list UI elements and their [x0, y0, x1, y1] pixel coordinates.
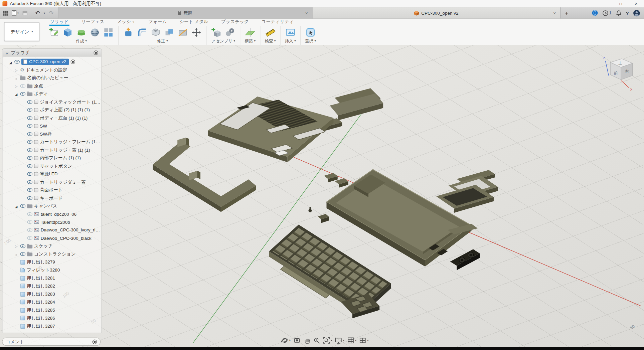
orbit-button[interactable]: [281, 337, 291, 344]
close-window-button[interactable]: [628, 0, 644, 7]
construct-menu[interactable]: 構築: [245, 38, 256, 44]
assemble-menu[interactable]: アセンブリ: [211, 38, 235, 44]
visibility-eye-icon[interactable]: [27, 172, 32, 176]
grid-settings-button[interactable]: [347, 337, 356, 344]
visibility-eye-icon[interactable]: [27, 108, 32, 112]
tree-row-body[interactable]: SW: [2, 122, 101, 130]
tree-row-feature-extrude[interactable]: 押し出し3281: [2, 274, 101, 282]
visibility-eye-icon[interactable]: [27, 148, 32, 152]
tree-row-canvas[interactable]: Daewoo_CPC-300_ivory_right...: [2, 226, 101, 234]
tree-row-canvas[interactable]: Talentdpc200b: [2, 218, 101, 226]
collapse-panel-icon[interactable]: [6, 50, 8, 55]
visibility-eye-icon[interactable]: [27, 140, 32, 144]
file-menu-button[interactable]: [12, 10, 19, 16]
visibility-eye-icon[interactable]: [20, 92, 25, 96]
tab-plastic[interactable]: プラスチック: [220, 19, 250, 26]
visibility-eye-icon[interactable]: [14, 60, 20, 64]
avatar[interactable]: [633, 10, 640, 16]
viewcube-right-label[interactable]: 右: [625, 69, 629, 74]
tree-row-body[interactable]: ボディ上面 (2) (1) (1) (1): [2, 106, 101, 114]
help-icon[interactable]: [626, 9, 629, 17]
pattern-button[interactable]: [103, 26, 114, 38]
model-top-cover[interactable]: [208, 97, 333, 162]
view-cube[interactable]: 上 前 右 Z X: [599, 53, 642, 91]
expander-icon[interactable]: [14, 204, 19, 209]
notification-center-button[interactable]: 1: [603, 10, 612, 16]
visibility-eye-icon[interactable]: [27, 156, 32, 160]
model-rear-panel[interactable]: [330, 88, 383, 120]
fillet-button[interactable]: [136, 26, 148, 38]
tree-row-sketches-folder[interactable]: スケッチ: [2, 242, 101, 250]
expander-icon[interactable]: [14, 83, 19, 89]
bell-icon[interactable]: [616, 10, 621, 16]
tab-surface[interactable]: サーフェス: [80, 19, 105, 26]
tree-row-canvas[interactable]: Daewoo_CPC-300_black: [2, 234, 101, 242]
visibility-eye-icon[interactable]: [20, 84, 25, 88]
tree-row-named-views[interactable]: 名前の付いたビュー: [2, 74, 101, 82]
redo-button[interactable]: [49, 9, 53, 17]
tree-root-component[interactable]: CPC-300_open v2: [2, 58, 101, 66]
tree-row-feature-extrude[interactable]: 押し出し3279: [2, 258, 101, 266]
expander-icon[interactable]: [14, 92, 19, 97]
expander-icon[interactable]: [14, 243, 19, 248]
tree-row-feature-extrude[interactable]: 押し出し3287: [2, 322, 101, 330]
undo-button[interactable]: [35, 9, 40, 17]
model-rear-ports[interactable]: [450, 249, 480, 270]
visibility-eye-icon[interactable]: [27, 180, 32, 184]
expander-icon[interactable]: [14, 67, 19, 72]
select-button[interactable]: [305, 26, 316, 38]
save-button[interactable]: [22, 10, 27, 15]
tree-row-origin[interactable]: 原点: [2, 82, 101, 90]
expander-icon[interactable]: [8, 59, 13, 64]
combine-button[interactable]: [163, 26, 175, 38]
loft-button[interactable]: [75, 26, 87, 38]
app-menu-icon[interactable]: [3, 10, 8, 15]
press-pull-button[interactable]: [123, 26, 134, 38]
new-component-button[interactable]: [211, 26, 222, 38]
browser-header[interactable]: ブラウザ: [2, 49, 101, 57]
visibility-eye-icon[interactable]: [27, 116, 32, 120]
visibility-eye-icon[interactable]: [20, 252, 25, 256]
new-tab-button[interactable]: [560, 7, 573, 18]
tree-row-body[interactable]: カートリッジ・フレーム (1) (1): [2, 138, 101, 146]
activate-component-icon[interactable]: [70, 60, 75, 64]
visibility-eye-icon[interactable]: [27, 100, 32, 104]
insert-button[interactable]: [285, 26, 296, 38]
revolve-button[interactable]: [89, 26, 101, 38]
tree-row-canvas[interactable]: talent_dpc200_06: [2, 210, 101, 218]
visibility-eye-icon[interactable]: [20, 204, 25, 208]
display-settings-button[interactable]: [335, 337, 344, 344]
shell-button[interactable]: [150, 26, 161, 38]
undo-chevron-icon[interactable]: [44, 11, 45, 15]
visibility-eye-icon[interactable]: [27, 164, 32, 168]
zoom-fit-button[interactable]: [323, 337, 332, 344]
tree-row-feature-extrude[interactable]: 押し出し3285: [2, 306, 101, 314]
job-status-icon[interactable]: [592, 10, 598, 16]
joint-button[interactable]: [224, 26, 235, 38]
visibility-eye-icon[interactable]: [27, 196, 32, 200]
visibility-eye-icon[interactable]: [27, 236, 32, 240]
modify-menu[interactable]: 修正: [157, 38, 168, 44]
selected-root-label[interactable]: CPC-300_open v2: [21, 59, 69, 65]
visibility-eye-icon[interactable]: [27, 132, 32, 136]
move-button[interactable]: [191, 26, 202, 38]
split-body-button[interactable]: [177, 26, 188, 38]
select-menu[interactable]: 選択: [305, 38, 316, 44]
visibility-eye-icon[interactable]: [20, 244, 25, 248]
construct-plane-button[interactable]: [245, 26, 256, 38]
tree-row-body[interactable]: ボディ・底面 (1) (1) (1): [2, 114, 101, 122]
model-inner-frame[interactable]: [153, 138, 256, 212]
zoom-button[interactable]: [313, 337, 320, 344]
tree-row-body[interactable]: 背面ポート: [2, 186, 101, 194]
viewcube-front-label[interactable]: 前: [614, 71, 618, 75]
model-keyboard[interactable]: [269, 225, 391, 318]
tree-row-body[interactable]: カートリッジダミー蓋: [2, 178, 101, 186]
tree-row-feature-extrude[interactable]: 押し出し3286: [2, 314, 101, 322]
inspect-menu[interactable]: 検査: [265, 38, 276, 44]
visibility-eye-icon[interactable]: [27, 220, 32, 224]
options-icon[interactable]: [94, 50, 98, 55]
measure-button[interactable]: [265, 26, 276, 38]
look-at-button[interactable]: [293, 337, 300, 344]
tab-solid[interactable]: ソリッド: [49, 19, 69, 26]
create-menu[interactable]: 作成: [76, 38, 87, 44]
